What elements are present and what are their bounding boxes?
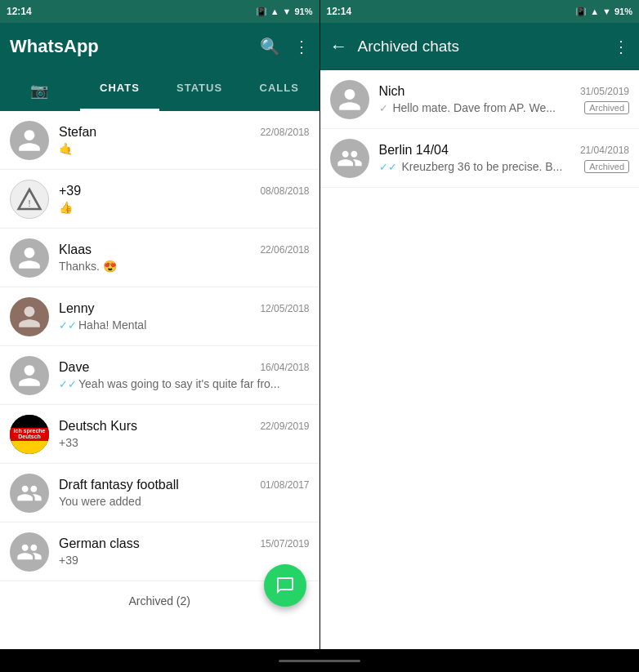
tab-camera[interactable]: 📷 [0, 70, 80, 111]
archived-title: Archived chats [358, 38, 604, 56]
chat-name-nich: Nich [379, 84, 405, 99]
chat-content-draft: Draft fantasy football 01/08/2017 You we… [59, 478, 310, 508]
avatar-nich [330, 80, 369, 119]
chat-preview-lenny: ✓✓Haha! Mental [59, 318, 310, 332]
menu-icon-right[interactable]: ⋮ [613, 37, 629, 56]
chat-item-lenny[interactable]: Lenny 12/05/2018 ✓✓Haha! Mental [0, 287, 320, 346]
chat-item-dave[interactable]: Dave 16/04/2018 ✓✓Yeah was going to say … [0, 346, 320, 405]
chat-content-berlin: Berlin 14/04 21/04/2018 ✓✓ Kreuzberg 36 … [379, 143, 630, 173]
chat-preview-stefan: 🤙 [59, 142, 310, 155]
chat-time-stefan: 22/08/2018 [260, 127, 309, 138]
chat-name-dave: Dave [59, 360, 89, 375]
chat-time-dave: 16/04/2018 [260, 362, 309, 373]
chat-content-nich: Nich 31/05/2019 ✓ Hello mate. Dave from … [379, 84, 630, 114]
chat-time-nich: 31/05/2019 [580, 86, 629, 97]
chat-item-berlin[interactable]: Berlin 14/04 21/04/2018 ✓✓ Kreuzberg 36 … [320, 129, 640, 188]
double-check-dave: ✓✓ [59, 378, 77, 390]
chat-preview-berlin: ✓✓ Kreuzberg 36 to be precise. B... Arch… [379, 160, 630, 173]
back-button[interactable]: ← [330, 36, 348, 57]
tab-chats[interactable]: CHATS [80, 70, 160, 111]
chat-preview-deutsch: +33 [59, 436, 310, 449]
avatar-lenny [10, 297, 49, 336]
chat-content-lenny: Lenny 12/05/2018 ✓✓Haha! Mental [59, 301, 310, 332]
battery-left: 91% [294, 7, 312, 16]
chat-preview-german: +39 [59, 554, 310, 567]
chat-name-klaas: Klaas [59, 243, 92, 257]
chat-name-german: German class [59, 536, 140, 551]
avatar-stefan [10, 121, 49, 160]
chat-name-berlin: Berlin 14/04 [379, 143, 449, 158]
nav-bar [0, 649, 639, 672]
chat-preview-nich: ✓ Hello mate. Dave from AP. We... Archiv… [379, 101, 630, 114]
vibrate-icon: 📳 [256, 7, 267, 17]
vibrate-icon-right: 📳 [575, 7, 587, 17]
avatar-draft [10, 474, 49, 513]
wifi-icon: ▼ [283, 7, 292, 16]
battery-right: 91% [614, 7, 632, 16]
chat-preview-plus39: 👍 [59, 201, 310, 214]
archived-label: Archived (2) [129, 594, 190, 607]
chat-content-klaas: Klaas 22/06/2018 Thanks. 😍 [59, 243, 310, 273]
check-nich: ✓ [379, 102, 388, 114]
chat-time-klaas: 22/06/2018 [260, 244, 309, 256]
archived-header: ← Archived chats ⋮ [320, 23, 640, 70]
chat-name-draft: Draft fantasy football [59, 478, 179, 492]
chat-item-plus39[interactable]: ! +39 08/08/2018 👍 [0, 170, 320, 229]
chat-time-berlin: 21/04/2018 [580, 145, 629, 156]
new-chat-fab[interactable] [264, 564, 306, 607]
archived-chat-list: Nich 31/05/2019 ✓ Hello mate. Dave from … [320, 70, 640, 649]
chat-item-klaas[interactable]: Klaas 22/06/2018 Thanks. 😍 [0, 229, 320, 287]
tabs-bar: 📷 CHATS STATUS CALLS [0, 70, 320, 111]
chat-name-lenny: Lenny [59, 301, 95, 316]
signal-icon: ▲ [270, 7, 279, 16]
nav-line [279, 660, 360, 662]
app-title: WhatsApp [10, 36, 260, 57]
chat-item-stefan[interactable]: Stefan 22/08/2018 🤙 [0, 111, 320, 170]
avatar-german [10, 532, 49, 572]
menu-icon[interactable]: ⋮ [293, 37, 310, 56]
chat-name-deutsch: Deutsch Kurs [59, 419, 137, 434]
chat-time-deutsch: 22/09/2019 [260, 421, 309, 432]
chat-preview-dave: ✓✓Yeah was going to say it's quite far f… [59, 377, 310, 390]
time-right: 12:14 [327, 6, 352, 17]
double-check-lenny: ✓✓ [59, 319, 77, 332]
whatsapp-header: WhatsApp 🔍 ⋮ [0, 23, 320, 70]
chat-name-plus39: +39 [59, 184, 81, 198]
archived-badge-nich: Archived [584, 101, 629, 114]
avatar-plus39: ! [10, 180, 49, 219]
chat-item-deutsch[interactable]: ich sprecheDeutsch Deutsch Kurs 22/09/20… [0, 405, 320, 464]
avatar-berlin [330, 139, 369, 178]
chat-content-german: German class 15/07/2019 +39 [59, 536, 310, 567]
time-left: 12:14 [7, 6, 32, 17]
archived-badge-berlin: Archived [584, 160, 629, 173]
chat-content-plus39: +39 08/08/2018 👍 [59, 184, 310, 214]
chat-content-deutsch: Deutsch Kurs 22/09/2019 +33 [59, 419, 310, 449]
status-bar-right: 12:14 📳 ▲ ▼ 91% [320, 0, 640, 23]
avatar-deutsch: ich sprecheDeutsch [10, 415, 49, 454]
tab-calls[interactable]: CALLS [239, 70, 320, 111]
check-berlin: ✓✓ [379, 161, 397, 173]
avatar-dave [10, 356, 49, 395]
chat-time-lenny: 12/05/2018 [260, 303, 309, 314]
chat-time-draft: 01/08/2017 [260, 479, 309, 491]
signal-icon-right: ▲ [590, 7, 599, 16]
chat-time-plus39: 08/08/2018 [260, 185, 309, 197]
chat-content-stefan: Stefan 22/08/2018 🤙 [59, 125, 310, 155]
chat-preview-draft: You were added [59, 495, 310, 508]
wifi-icon-right: ▼ [602, 7, 611, 16]
search-icon[interactable]: 🔍 [260, 37, 280, 56]
chat-item-draft[interactable]: Draft fantasy football 01/08/2017 You we… [0, 464, 320, 523]
chat-time-german: 15/07/2019 [260, 538, 309, 550]
status-bar-left: 12:14 📳 ▲ ▼ 91% [0, 0, 320, 23]
chat-preview-klaas: Thanks. 😍 [59, 260, 310, 273]
camera-icon: 📷 [30, 82, 49, 99]
chat-content-dave: Dave 16/04/2018 ✓✓Yeah was going to say … [59, 360, 310, 390]
tab-status[interactable]: STATUS [159, 70, 239, 111]
avatar-klaas [10, 238, 49, 278]
svg-text:!: ! [29, 198, 31, 208]
chat-item-nich[interactable]: Nich 31/05/2019 ✓ Hello mate. Dave from … [320, 70, 640, 129]
chat-name-stefan: Stefan [59, 125, 96, 140]
